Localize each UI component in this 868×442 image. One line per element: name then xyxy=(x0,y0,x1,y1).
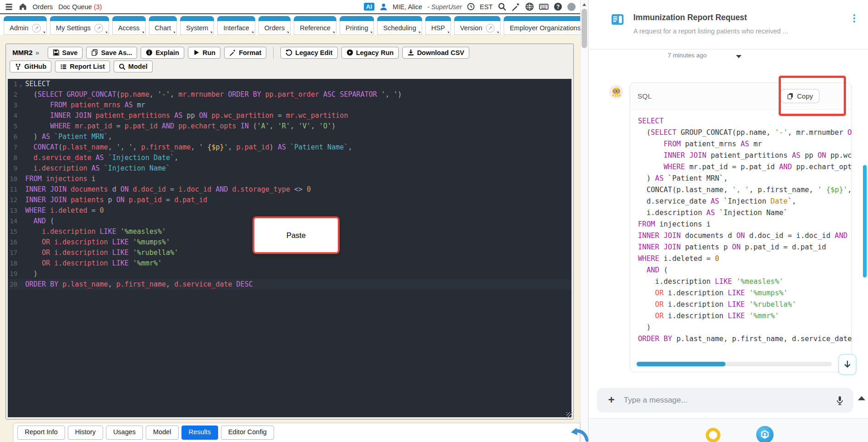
scroll-to-bottom-button[interactable] xyxy=(838,354,857,375)
sun-gear-icon[interactable] xyxy=(706,428,720,442)
nav-tab-label: Orders xyxy=(264,24,285,32)
nav-tab-employer-organizations[interactable]: Employer Organizations↗ xyxy=(504,16,580,35)
globe-icon[interactable] xyxy=(525,2,534,11)
keyboard-icon[interactable] xyxy=(539,2,549,11)
scrollbar-up-arrow[interactable] xyxy=(582,3,586,6)
line-number: 1∨ xyxy=(8,79,22,89)
timestamp-caret-icon[interactable] xyxy=(736,55,742,58)
chevron-icon[interactable]: » xyxy=(35,49,39,56)
explain-button[interactable]: Explain xyxy=(141,47,184,59)
nav-tab-interface[interactable]: Interface xyxy=(217,16,255,35)
nav-tab-access[interactable]: Access xyxy=(112,16,146,35)
clock-icon xyxy=(467,3,475,11)
nav-tab-version[interactable]: Version↗ xyxy=(454,16,500,35)
line-number: 10 xyxy=(8,174,22,184)
nav-tab-my-settings[interactable]: My Settings↗ xyxy=(50,16,109,35)
app-logo-icon[interactable] xyxy=(756,426,774,442)
report-list-button[interactable]: Report List xyxy=(55,61,110,72)
collapse-caret-icon[interactable] xyxy=(858,396,865,400)
code-line: FROM injections i xyxy=(22,174,96,184)
search-icon[interactable] xyxy=(498,2,506,11)
doc-queue-count: (3) xyxy=(94,3,102,11)
bottom-tab-bar: Report InfoHistoryUsagesModelResultsEdit… xyxy=(13,423,580,442)
nav-tab-label: HSP xyxy=(431,24,445,32)
code-line: OR i.description LIKE '%rubella%' xyxy=(22,248,178,258)
tab-usages[interactable]: Usages xyxy=(106,425,143,440)
code-line: i.description LIKE '%measles%' xyxy=(22,227,166,237)
hamburger-menu-icon[interactable] xyxy=(5,3,13,11)
save-as-button[interactable]: Save As... xyxy=(86,47,137,59)
orders-link[interactable]: Orders xyxy=(33,3,53,11)
nav-tab-label: Interface xyxy=(223,24,249,32)
home-icon[interactable] xyxy=(19,3,27,11)
nav-tab-reference[interactable]: Reference xyxy=(294,16,336,35)
app-root: Orders Doc Queue (3) AI MIE, Alice - Sup… xyxy=(0,0,868,442)
model-button[interactable]: Model xyxy=(114,61,153,72)
tab-report-info[interactable]: Report Info xyxy=(17,425,65,440)
code-line: OR i.description LIKE '%mmr%' xyxy=(22,258,162,269)
copy-button[interactable]: Copy xyxy=(780,89,819,103)
code-line: ORDER BY p.last_name, p.first_name, d.se… xyxy=(638,333,852,345)
nav-tab-system[interactable]: System xyxy=(180,16,214,35)
line-number: 12 xyxy=(8,195,22,205)
github-button[interactable]: GitHub xyxy=(10,61,51,72)
editor-line-11: 11INNER JOIN documents d ON d.doc_id = i… xyxy=(8,184,571,195)
button-label: Download CSV xyxy=(417,49,464,56)
code-line: CONCAT(p.last_name, ', ', p.first_name, … xyxy=(22,142,352,153)
scrollbar-thumb[interactable] xyxy=(582,9,587,48)
nav-tab-chart[interactable]: Chart xyxy=(149,16,177,35)
microphone-icon[interactable] xyxy=(835,396,844,405)
nav-tab-scheduling[interactable]: Scheduling xyxy=(377,16,422,35)
save-button[interactable]: Save xyxy=(48,47,83,59)
main-window: Orders Doc Queue (3) AI MIE, Alice - Sup… xyxy=(0,0,580,442)
code-line: AND ( xyxy=(638,265,852,276)
github-icon xyxy=(15,63,22,70)
tab-history[interactable]: History xyxy=(68,425,103,440)
magic-wand-icon[interactable] xyxy=(511,2,520,11)
line-number: 6 xyxy=(8,132,22,142)
horizontal-scrollbar-thumb[interactable] xyxy=(637,362,725,366)
legacy-run-button[interactable]: Legacy Run xyxy=(341,47,399,59)
top-bar: Orders Doc Queue (3) AI MIE, Alice - Sup… xyxy=(0,0,580,14)
button-label: Run xyxy=(203,49,215,56)
tab-editor-config[interactable]: Editor Config xyxy=(221,425,274,440)
tab-results[interactable]: Results xyxy=(181,425,218,440)
format-button[interactable]: Format xyxy=(224,47,266,59)
tab-model[interactable]: Model xyxy=(146,425,179,440)
chat-subtitle: A request for a report listing patients … xyxy=(633,28,788,35)
button-label: Report List xyxy=(70,63,105,70)
nav-tab-label: Admin xyxy=(10,24,28,32)
external-link-icon[interactable]: ↗ xyxy=(486,24,494,33)
nav-tab-label: Employer Organizations xyxy=(510,24,580,32)
ai-badge[interactable]: AI xyxy=(364,3,374,11)
editor-line-8: 8 d.service_date AS `Injection Date`, xyxy=(8,153,571,163)
chat-bottom-bar xyxy=(588,418,868,442)
download-csv-button[interactable]: Download CSV xyxy=(402,47,469,59)
main-vertical-scrollbar[interactable] xyxy=(580,0,588,442)
horizontal-scrollbar[interactable] xyxy=(637,362,832,366)
nav-tab-orders[interactable]: Orders xyxy=(258,16,291,35)
resize-handle[interactable] xyxy=(566,412,572,418)
nav-tab-hsp[interactable]: HSP xyxy=(425,16,451,35)
editor-line-5: 5 WHERE mr.pat_id = p.pat_id AND pp.echa… xyxy=(8,121,571,132)
message-input[interactable]: Type a message... xyxy=(624,396,835,405)
external-link-icon[interactable]: ↗ xyxy=(32,24,41,33)
assistant-avatar xyxy=(609,85,623,99)
editor-line-19: 19 ) xyxy=(8,269,571,279)
paste-button[interactable]: Paste xyxy=(253,216,340,254)
doc-queue-link[interactable]: Doc Queue (3) xyxy=(58,3,102,11)
down-arrow-icon xyxy=(843,360,852,369)
help-icon[interactable]: ? xyxy=(554,2,562,11)
attach-plus-icon[interactable]: + xyxy=(608,393,615,406)
avatar-placeholder[interactable] xyxy=(567,3,576,11)
sql-message-card: SQL Copy SELECT (SELECT GROUP_CONCAT(pp.… xyxy=(630,83,852,372)
nav-tab-admin[interactable]: Admin↗ xyxy=(4,16,47,35)
external-link-icon[interactable]: ↗ xyxy=(94,24,103,33)
chat-vertical-scrollbar-thumb[interactable] xyxy=(863,165,867,277)
code-line: ) xyxy=(638,322,852,333)
nav-tab-printing[interactable]: Printing xyxy=(340,16,374,35)
legacy-edit-button[interactable]: Legacy Edit xyxy=(280,47,337,59)
timezone-label: EST xyxy=(480,3,493,11)
run-button[interactable]: Run xyxy=(188,47,220,59)
kebab-menu-icon[interactable] xyxy=(851,13,858,25)
